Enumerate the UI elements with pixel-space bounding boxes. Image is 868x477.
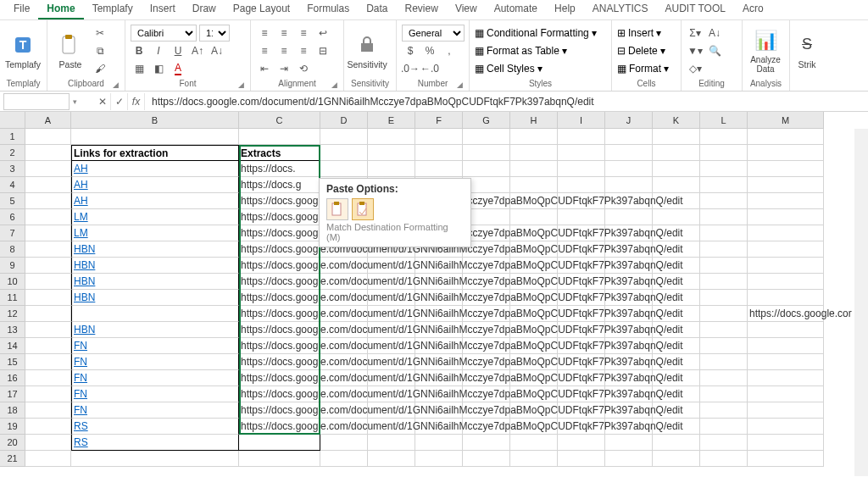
column-header-I[interactable]: I: [558, 112, 605, 129]
analyze-data-button[interactable]: 📊 Analyze Data: [748, 25, 783, 77]
cell-J6[interactable]: [605, 209, 653, 225]
row-header-13[interactable]: 13: [0, 322, 25, 338]
cell-K1[interactable]: [653, 129, 700, 145]
cell-A13[interactable]: [25, 322, 71, 338]
cell-K6[interactable]: [653, 209, 700, 225]
row-header-19[interactable]: 19: [0, 419, 25, 435]
cell-B13[interactable]: HBN: [71, 322, 239, 338]
cell-A7[interactable]: [25, 225, 71, 241]
tab-formulas[interactable]: Formulas: [298, 0, 358, 19]
tab-view[interactable]: View: [447, 0, 486, 19]
cell-C6[interactable]: https://docs.googl: [239, 209, 320, 225]
row-header-7[interactable]: 7: [0, 225, 25, 241]
cell-M17[interactable]: [748, 386, 824, 402]
align-middle-button[interactable]: ≡: [275, 25, 292, 42]
cell-L8[interactable]: [700, 241, 748, 258]
cell-F21[interactable]: [415, 451, 463, 467]
row-header-11[interactable]: 11: [0, 290, 25, 306]
cell-M15[interactable]: [748, 354, 824, 370]
cell-L4[interactable]: [700, 177, 748, 193]
cell-A18[interactable]: [25, 402, 71, 419]
align-bottom-button[interactable]: ≡: [295, 25, 312, 42]
cell-A17[interactable]: [25, 386, 71, 402]
row-header-3[interactable]: 3: [0, 161, 25, 177]
cell-E21[interactable]: [368, 451, 415, 467]
cell-H2[interactable]: [510, 145, 558, 161]
cell-A5[interactable]: [25, 193, 71, 209]
tab-analytics[interactable]: ANALYTICS: [584, 0, 657, 19]
cell-B12[interactable]: [71, 306, 239, 322]
cell-C8[interactable]: https://docs.google.com/document/d/1GNNi…: [239, 241, 320, 258]
cell-C3[interactable]: https://docs.: [239, 161, 320, 177]
cell-M11[interactable]: [748, 290, 824, 306]
cell-K3[interactable]: [653, 161, 700, 177]
paste-match-destination-button[interactable]: [352, 198, 374, 220]
cell-L1[interactable]: [700, 129, 748, 145]
cell-C15[interactable]: https://docs.google.com/document/d/1GNNi…: [239, 354, 320, 370]
format-cells-button[interactable]: ▦Format▾: [617, 60, 676, 77]
cell-L17[interactable]: [700, 386, 748, 402]
cell-F1[interactable]: [415, 129, 463, 145]
tab-templafy[interactable]: Templafy: [84, 0, 142, 19]
cell-G2[interactable]: [463, 145, 510, 161]
cell-J4[interactable]: [605, 177, 653, 193]
cell-A6[interactable]: [25, 209, 71, 225]
font-size-select[interactable]: 11: [199, 25, 230, 42]
cell-J3[interactable]: [605, 161, 653, 177]
align-center-button[interactable]: ≡: [275, 42, 292, 59]
cell-M13[interactable]: [748, 322, 824, 338]
cell-C18[interactable]: https://docs.google.com/document/d/1GNNi…: [239, 402, 320, 419]
cell-D3[interactable]: [320, 161, 368, 177]
cell-M20[interactable]: [748, 435, 824, 451]
cell-A14[interactable]: [25, 338, 71, 354]
row-header-5[interactable]: 5: [0, 193, 25, 209]
vertical-scrollbar[interactable]: [854, 129, 868, 476]
cell-L19[interactable]: [700, 419, 748, 435]
cell-L10[interactable]: [700, 274, 748, 290]
row-header-20[interactable]: 20: [0, 435, 25, 451]
delete-cells-button[interactable]: ⊟Delete▾: [617, 42, 676, 59]
column-header-G[interactable]: G: [463, 112, 510, 129]
comma-button[interactable]: ,: [441, 42, 458, 59]
sort-filter-button[interactable]: A↓: [706, 25, 723, 42]
tab-data[interactable]: Data: [358, 0, 396, 19]
underline-button[interactable]: U: [170, 42, 186, 59]
font-color-button[interactable]: A: [170, 60, 186, 77]
percent-button[interactable]: %: [421, 42, 438, 59]
cell-C21[interactable]: [239, 451, 320, 467]
cell-K2[interactable]: [653, 145, 700, 161]
format-as-table-button[interactable]: ▦Format as Table▾: [475, 42, 606, 59]
tab-file[interactable]: File: [5, 0, 38, 19]
formula-input[interactable]: [145, 92, 868, 111]
cell-C19[interactable]: https://docs.google.com/document/d/1GNNi…: [239, 419, 320, 435]
cell-H1[interactable]: [510, 129, 558, 145]
row-header-18[interactable]: 18: [0, 402, 25, 419]
cell-I3[interactable]: [558, 161, 605, 177]
row-header-6[interactable]: 6: [0, 209, 25, 225]
fx-button[interactable]: fx: [128, 93, 145, 110]
cell-I2[interactable]: [558, 145, 605, 161]
select-all-corner[interactable]: [0, 112, 25, 129]
cell-A2[interactable]: [25, 145, 71, 161]
cell-H3[interactable]: [510, 161, 558, 177]
cell-A16[interactable]: [25, 370, 71, 386]
insert-cells-button[interactable]: ⊞Insert▾: [617, 25, 676, 42]
paste-button[interactable]: Paste: [53, 25, 88, 77]
align-top-button[interactable]: ≡: [256, 25, 273, 42]
orientation-button[interactable]: ⟲: [295, 60, 312, 77]
find-select-button[interactable]: 🔍: [706, 42, 723, 59]
cell-M18[interactable]: [748, 402, 824, 419]
cell-B5[interactable]: AH: [71, 193, 239, 209]
row-header-21[interactable]: 21: [0, 451, 25, 467]
column-header-H[interactable]: H: [510, 112, 558, 129]
cell-M6[interactable]: [748, 209, 824, 225]
number-format-select[interactable]: General: [402, 25, 465, 42]
column-header-C[interactable]: C: [239, 112, 320, 129]
cell-B10[interactable]: HBN: [71, 274, 239, 290]
cell-C5[interactable]: https://docs.google.com/document/d/1GNNi…: [239, 193, 320, 209]
cell-L11[interactable]: [700, 290, 748, 306]
cell-C4[interactable]: https://docs.g: [239, 177, 320, 193]
cell-A12[interactable]: [25, 306, 71, 322]
italic-button[interactable]: I: [150, 42, 167, 59]
cell-B21[interactable]: [71, 451, 239, 467]
